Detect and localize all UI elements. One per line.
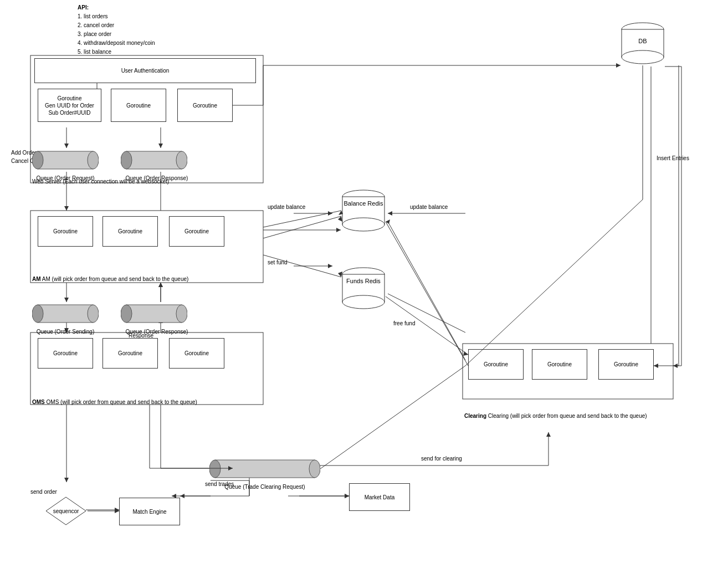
svg-line-94 [320, 366, 465, 469]
svg-marker-16 [64, 478, 69, 482]
svg-point-61 [176, 305, 187, 323]
svg-marker-8 [64, 144, 69, 148]
queue-order-request: Queue (Order Request) [32, 149, 99, 172]
match-engine-box: Match Engine [119, 498, 180, 525]
send-trades-label: send trades [205, 481, 234, 487]
svg-line-87 [263, 255, 341, 277]
am-goroutine-3: Goroutine [169, 216, 224, 247]
goroutine-1-box: Goroutine [111, 89, 166, 122]
svg-line-85 [386, 222, 468, 366]
clearing-goroutine-1: Goroutine [468, 349, 524, 380]
svg-line-106 [263, 211, 341, 227]
svg-marker-37 [388, 211, 392, 216]
diagram-container: API: 1. list orders 2. cancel order 3. p… [0, 0, 728, 578]
svg-marker-32 [115, 508, 119, 512]
goroutine-gen-uuid-box: Goroutine Gen UUID for Order Sub Order#U… [38, 89, 101, 122]
api-label: API: [78, 4, 89, 11]
svg-marker-102 [345, 494, 349, 498]
insert-entries-label: Insert Entries [657, 155, 689, 161]
goroutine-2-box: Goroutine [177, 89, 233, 122]
svg-marker-46 [673, 364, 678, 368]
am-label: AM AM (will pick order from queue and se… [32, 276, 188, 282]
svg-rect-59 [126, 305, 182, 323]
update-balance-left-label: update balance [268, 204, 305, 210]
send-for-clearing-label: send for clearing [421, 456, 462, 462]
svg-line-40 [388, 294, 465, 333]
svg-rect-56 [38, 305, 93, 323]
funds-redis-cylinder: Funds Redis [341, 266, 386, 311]
api-items: 1. list orders 2. cancel order 3. place … [78, 12, 156, 65]
svg-marker-39 [328, 264, 332, 268]
oms-goroutine-1: Goroutine [38, 338, 93, 369]
svg-text:sequencor: sequencor [53, 508, 79, 514]
svg-point-54 [121, 151, 132, 169]
svg-marker-100 [180, 494, 184, 498]
sequencor-diamond: sequencor [45, 496, 87, 528]
free-fund-label: free fund [393, 320, 415, 326]
oms-goroutine-2: Goroutine [102, 338, 158, 369]
queue-order-response-mid: Queue (Order Response) [121, 302, 187, 325]
am-goroutine-1: Goroutine [38, 216, 93, 247]
svg-point-51 [32, 151, 43, 169]
queue-order-response-top: Queue (Order Response) [121, 149, 187, 172]
svg-marker-4 [64, 206, 69, 211]
svg-point-69 [622, 50, 664, 64]
svg-marker-25 [345, 494, 349, 498]
queue-order-sending: Queue (Order Sending) [32, 302, 99, 325]
svg-point-52 [88, 151, 99, 169]
set-fund-label: set fund [268, 259, 288, 265]
send-order-label: send order [30, 489, 57, 495]
clearing-goroutine-2: Goroutine [532, 349, 587, 380]
clearing-label: Clearing Clearing (will pick order from … [464, 413, 647, 419]
svg-line-49 [388, 222, 465, 360]
svg-point-58 [88, 305, 99, 323]
am-goroutine-2: Goroutine [102, 216, 158, 247]
svg-marker-105 [115, 509, 119, 513]
svg-marker-30 [546, 432, 551, 437]
svg-point-60 [121, 305, 132, 323]
svg-marker-48 [336, 228, 341, 232]
svg-rect-50 [38, 151, 93, 169]
svg-point-57 [32, 305, 43, 323]
user-auth-box: User Authentication [34, 58, 256, 83]
balance-redis-cylinder: Balance Redis [341, 188, 386, 234]
update-balance-right-label: update balance [410, 204, 448, 210]
svg-point-55 [176, 151, 187, 169]
svg-marker-18 [158, 283, 163, 287]
svg-rect-62 [215, 460, 315, 478]
svg-marker-93 [654, 364, 658, 368]
svg-marker-109 [158, 283, 163, 287]
clearing-goroutine-3: Goroutine [598, 349, 654, 380]
queue-trade-clearing: Queue (Trade Clearing Request) [209, 457, 320, 480]
market-data-box: Market Data [349, 483, 410, 511]
svg-rect-53 [126, 151, 182, 169]
oms-goroutine-3: Goroutine [169, 338, 224, 369]
db-cylinder: DB [621, 21, 665, 67]
svg-line-83 [263, 216, 341, 238]
svg-point-64 [309, 460, 320, 478]
svg-marker-86 [386, 219, 390, 224]
svg-point-63 [209, 460, 221, 478]
svg-marker-80 [616, 63, 621, 68]
svg-point-72 [342, 218, 384, 231]
svg-marker-35 [328, 211, 332, 216]
oms-label: OMS OMS (will pick order from queue and … [32, 399, 197, 405]
svg-marker-12 [64, 298, 69, 302]
svg-point-75 [342, 295, 384, 309]
svg-marker-10 [158, 144, 163, 148]
svg-marker-90 [463, 351, 468, 356]
svg-line-82 [465, 200, 643, 366]
